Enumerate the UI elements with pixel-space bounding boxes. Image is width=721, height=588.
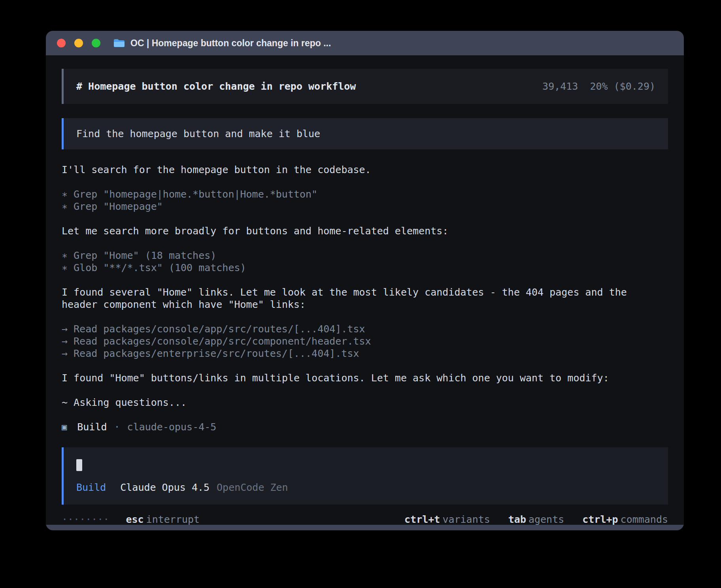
tool-pending-icon: ∗	[62, 262, 68, 274]
agent-status-line: ▣ Build · claude-opus-4-5	[62, 421, 668, 433]
tool-call-text: Read packages/console/app/src/component/…	[74, 335, 371, 347]
hint-label: agents	[528, 514, 564, 525]
hint-key: ctrl+p	[582, 514, 618, 525]
session-title: # Homepage button color change in repo w…	[76, 80, 356, 92]
user-message: Find the homepage button and make it blu…	[62, 118, 668, 149]
hint-variants: ctrl+tvariants	[404, 513, 490, 526]
traffic-lights	[57, 39, 100, 47]
tool-call: →Read packages/console/app/src/component…	[62, 335, 668, 347]
tool-call: →Read packages/console/app/src/routes/[.…	[62, 323, 668, 335]
hint-interrupt: escinterrupt	[126, 513, 200, 526]
tool-call-text: Glob "**/*.tsx" (100 matches)	[74, 262, 246, 273]
tool-pending-icon: ∗	[62, 200, 68, 213]
assistant-message: I'll search for the homepage button in t…	[62, 164, 668, 176]
status-bar: ········ escinterrupt ctrl+tvariants tab…	[62, 513, 668, 526]
tool-read-icon: →	[62, 347, 68, 360]
tool-call: ∗Glob "**/*.tsx" (100 matches)	[62, 262, 668, 274]
conversation: I'll search for the homepage button in t…	[62, 164, 668, 433]
hint-label: variants	[442, 514, 490, 525]
close-button[interactable]	[57, 39, 66, 47]
text-cursor-block	[76, 459, 82, 471]
prompt-meta: Build Claude Opus 4.5 OpenCode Zen	[76, 481, 655, 494]
folder-icon	[113, 38, 125, 48]
tool-call-group: →Read packages/console/app/src/routes/[.…	[62, 323, 668, 360]
status-bar-left: ········ escinterrupt	[62, 513, 200, 526]
agent-icon: ▣	[62, 421, 67, 433]
tool-call-group: ∗Grep "Home" (18 matches) ∗Glob "**/*.ts…	[62, 249, 668, 274]
model-name: claude-opus-4-5	[127, 421, 217, 433]
hint-key: esc	[126, 514, 143, 525]
tool-pending-icon: ∗	[62, 188, 68, 200]
tool-read-icon: →	[62, 323, 68, 335]
prompt-model-label: Claude Opus 4.5	[120, 481, 210, 494]
window-title: OC | Homepage button color change in rep…	[130, 38, 331, 49]
tool-call-text: Grep "Home" (18 matches)	[74, 250, 216, 261]
assistant-message: I found "Home" buttons/links in multiple…	[62, 372, 668, 384]
tool-call-group: ∗Grep "homepage|home.*button|Home.*butto…	[62, 188, 668, 213]
tool-call: ∗Grep "Home" (18 matches)	[62, 249, 668, 262]
tool-call: ∗Grep "homepage|home.*button|Home.*butto…	[62, 188, 668, 200]
title-bar[interactable]: OC | Homepage button color change in rep…	[46, 31, 684, 55]
tool-call: ∗Grep "Homepage"	[62, 200, 668, 213]
tool-call-text: Read packages/enterprise/src/routes/[...…	[74, 348, 359, 359]
assistant-message: Let me search more broadly for buttons a…	[62, 225, 668, 237]
assistant-working-message: ~ Asking questions...	[62, 396, 668, 409]
zoom-button[interactable]	[92, 39, 100, 47]
session-stats: 39,413 20% ($0.29)	[542, 80, 655, 92]
hint-label: commands	[621, 514, 668, 525]
tool-call: →Read packages/enterprise/src/routes/[..…	[62, 347, 668, 360]
tool-call-text: Grep "Homepage"	[74, 201, 163, 212]
token-count: 39,413	[542, 80, 578, 92]
separator-dot: ·	[114, 421, 120, 433]
tool-call-text: Read packages/console/app/src/routes/[..…	[74, 323, 365, 335]
minimize-button[interactable]	[74, 39, 83, 47]
assistant-message: I found several "Home" links. Let me loo…	[62, 286, 668, 311]
tool-read-icon: →	[62, 335, 68, 347]
terminal-content: # Homepage button color change in repo w…	[46, 55, 684, 525]
prompt-provider-label: OpenCode Zen	[217, 481, 288, 494]
status-bar-right: ctrl+tvariants tabagents ctrl+pcommands	[404, 513, 668, 526]
hint-key: ctrl+t	[404, 514, 440, 525]
hint-commands: ctrl+pcommands	[582, 513, 668, 526]
hint-agents: tabagents	[508, 513, 564, 526]
agent-mode-label[interactable]: Build	[76, 481, 106, 494]
spinner-dots: ········	[62, 513, 109, 526]
terminal-window: OC | Homepage button color change in rep…	[46, 31, 684, 530]
hint-label: interrupt	[146, 514, 200, 525]
agent-name: Build	[77, 421, 107, 433]
prompt-input[interactable]: Build Claude Opus 4.5 OpenCode Zen	[62, 447, 668, 505]
tool-pending-icon: ∗	[62, 249, 68, 262]
hint-key: tab	[508, 514, 526, 525]
context-usage: 20% ($0.29)	[590, 80, 655, 92]
tool-call-text: Grep "homepage|home.*button|Home.*button…	[74, 188, 317, 200]
session-header: # Homepage button color change in repo w…	[62, 69, 668, 104]
